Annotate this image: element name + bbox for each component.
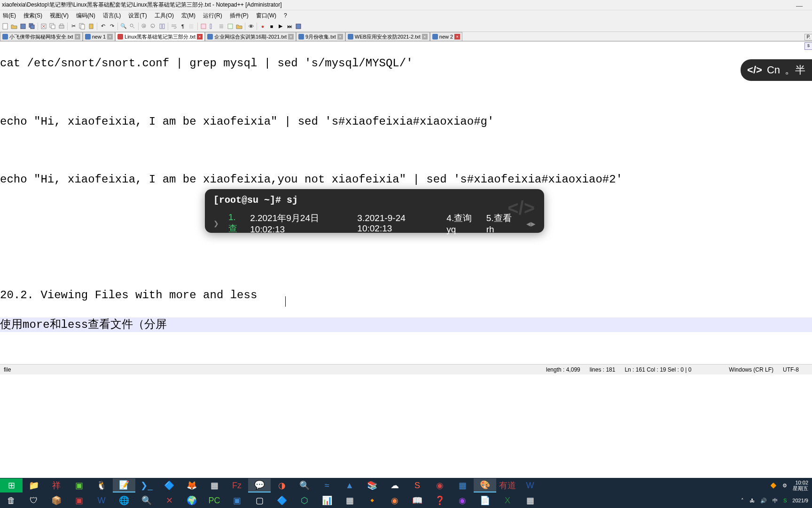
taskbar-app-icon[interactable]: ▣ [226, 493, 248, 508]
taskbar-app-icon[interactable]: ▢ [248, 493, 271, 508]
save-macro-icon[interactable] [294, 22, 303, 31]
taskbar-app-icon[interactable]: ▦ [338, 493, 361, 508]
taskbar-sogou-icon[interactable]: S [406, 478, 429, 492]
taskbar-app-icon[interactable]: 🔍 [135, 493, 158, 508]
ime-candidate[interactable]: 3.2021-9-24 10:02:13 [357, 213, 441, 234]
tray-chevron-icon[interactable]: ˄ [741, 498, 744, 504]
taskbar-xmind-icon[interactable]: ✕ [158, 493, 180, 508]
menu-run[interactable]: 运行(R) [200, 11, 225, 21]
taskbar-app-icon[interactable]: 🔷 [271, 493, 293, 508]
taskbar-start-icon[interactable]: ⊞ [0, 478, 23, 492]
taskbar-app-icon[interactable]: 祥 [45, 478, 68, 492]
menu-settings[interactable]: 设置(T) [125, 11, 149, 21]
show-all-chars-icon[interactable]: ¶ [179, 22, 187, 31]
word-wrap-icon[interactable] [170, 22, 178, 31]
taskbar-word-icon[interactable]: W [90, 493, 113, 508]
menu-search[interactable]: 搜索(S) [21, 11, 45, 21]
print-icon[interactable] [57, 22, 66, 31]
taskbar-filezilla-icon[interactable]: Fz [226, 478, 248, 492]
menu-macro[interactable]: 宏(M) [179, 11, 198, 21]
minimize-button[interactable]: — [796, 2, 803, 8]
close-all-icon[interactable] [48, 22, 57, 31]
doc-list-icon[interactable] [217, 22, 226, 31]
taskbar-app-icon[interactable]: ≈ [316, 478, 338, 492]
taskbar-firefox-icon[interactable]: 🦊 [180, 478, 203, 492]
ime-candidates[interactable]: ❯ 1.查 2.2021年9月24日10:02:13 3.2021-9-24 1… [213, 212, 536, 235]
taskbar-explorer-icon[interactable]: 📁 [23, 478, 45, 492]
zoom-in-icon[interactable]: + [140, 22, 148, 31]
save-all-icon[interactable] [28, 22, 36, 31]
taskbar-notepadpp-icon[interactable]: 📝 [113, 478, 135, 492]
taskbar-excel-icon[interactable]: X [496, 493, 519, 508]
close-icon[interactable]: × [422, 34, 428, 40]
taskbar-camtasia-icon[interactable]: ▣ [68, 478, 90, 492]
sync-v-icon[interactable] [158, 22, 166, 31]
tab-0[interactable]: 小飞侠带你揭秘网络安全.txt× [0, 32, 83, 41]
ime-candidate[interactable]: 1.查 [228, 212, 244, 235]
replace-icon[interactable] [128, 22, 137, 31]
tray-volume-icon[interactable]: 🔊 [760, 498, 767, 504]
tab-1[interactable]: new 1× [83, 32, 115, 41]
find-icon[interactable]: 🔍 [119, 22, 128, 31]
ime-candidate[interactable]: 2.2021年9月24日10:02:13 [250, 212, 351, 235]
taskbar-app-icon[interactable]: ▦ [451, 478, 474, 492]
menu-help[interactable]: ? [281, 11, 290, 20]
cut-icon[interactable]: ✂ [69, 22, 78, 31]
play-multi-icon[interactable]: ⏭ [285, 22, 294, 31]
taskbar-app-icon[interactable]: ◑ [271, 478, 293, 492]
taskbar-youdao-icon[interactable]: 有道 [496, 478, 519, 492]
close-file-icon[interactable] [39, 22, 48, 31]
close-icon[interactable]: × [197, 34, 203, 40]
record-macro-icon[interactable]: ● [258, 22, 267, 31]
side-panel-tab[interactable]: P. [804, 34, 812, 40]
monitor-icon[interactable]: 👁 [247, 22, 255, 31]
zoom-out-icon[interactable]: - [149, 22, 157, 31]
ime-candidate[interactable]: 4.查询yq [446, 212, 480, 235]
paste-icon[interactable] [87, 22, 95, 31]
taskbar-app-icon[interactable]: ⬡ [293, 493, 316, 508]
taskbar-app-icon[interactable]: ▦ [519, 493, 541, 508]
save-icon[interactable] [19, 22, 27, 31]
tray-icon[interactable]: 🔶 [770, 483, 777, 489]
taskbar-app-icon[interactable]: 🌍 [180, 493, 203, 508]
taskbar-wechat-icon[interactable]: 💬 [248, 478, 271, 492]
copy-icon[interactable] [78, 22, 86, 31]
taskbar-app-icon[interactable]: ❓ [429, 493, 451, 508]
taskbar-powershell-icon[interactable]: ❯_ [135, 478, 158, 492]
open-file-icon[interactable] [10, 22, 18, 31]
tray-network-icon[interactable]: 🖧 [750, 498, 755, 503]
undo-icon[interactable]: ↶ [99, 22, 107, 31]
taskbar-pdf-icon[interactable]: 📄 [474, 493, 496, 508]
taskbar-qq-icon[interactable]: 🐧 [90, 478, 113, 492]
status-eol[interactable]: Windows (CR LF) [729, 366, 773, 373]
taskbar-app-icon[interactable]: 📦 [45, 493, 68, 508]
taskbar-word-icon[interactable]: W [519, 478, 541, 492]
taskbar-calibre-icon[interactable]: 📚 [361, 478, 383, 492]
tab-2[interactable]: Linux黑客基础笔记第三部分.txt× [115, 32, 205, 41]
tab-4[interactable]: 9月份收集.txt× [296, 32, 345, 41]
menu-tools[interactable]: 工具(O) [152, 11, 177, 21]
side-panel-button[interactable]: s [804, 42, 812, 50]
menu-edit[interactable]: 辑(E) [0, 11, 19, 21]
menu-plugins[interactable]: 插件(P) [227, 11, 251, 21]
close-icon[interactable]: × [75, 34, 80, 40]
tray-lang[interactable]: 中 [773, 497, 778, 504]
tray-icon[interactable]: ⚙ [782, 483, 787, 489]
stop-macro-icon[interactable]: ■ [267, 22, 276, 31]
func-list-icon[interactable] [226, 22, 234, 31]
close-icon[interactable]: × [454, 34, 460, 40]
new-file-icon[interactable] [1, 22, 9, 31]
taskbar-recycle-icon[interactable]: 🗑 [0, 493, 23, 508]
taskbar-pycharm-icon[interactable]: PC [203, 493, 226, 508]
ime-float-widget[interactable]: </> Cn 。半 [741, 59, 812, 81]
taskbar-app-icon[interactable]: 🔷 [158, 478, 180, 492]
taskbar-paint-icon[interactable]: 🎨 [474, 478, 496, 492]
taskbar-chrome-icon[interactable]: 🌐 [113, 493, 135, 508]
taskbar-app-icon[interactable]: ◉ [429, 478, 451, 492]
play-macro-icon[interactable]: ▶ [276, 22, 285, 31]
status-encoding[interactable]: UTF-8 [783, 366, 799, 373]
taskbar-app-icon[interactable]: ▦ [203, 478, 226, 492]
taskbar-app-icon[interactable]: ▣ [68, 493, 90, 508]
tab-3[interactable]: 企业网综合实训第16期-2021.txt× [205, 32, 296, 41]
folder-icon[interactable] [235, 22, 243, 31]
